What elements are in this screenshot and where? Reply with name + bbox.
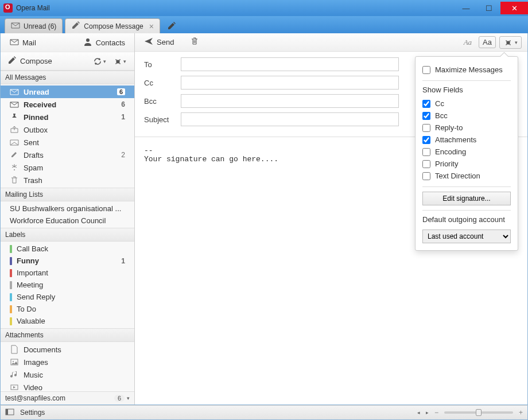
envelope-icon <box>11 21 20 32</box>
label-callback[interactable]: Call Back <box>1 243 134 255</box>
subject-input[interactable] <box>181 112 399 126</box>
cc-checkbox-row[interactable]: Cc <box>422 98 511 110</box>
compose-button[interactable]: Compose <box>5 53 90 69</box>
label-text: Valuable <box>17 317 45 325</box>
panel-toggle-button[interactable] <box>5 407 14 418</box>
settings-link[interactable]: Settings <box>20 409 45 417</box>
bcc-input[interactable] <box>181 94 399 108</box>
trash-icon <box>190 37 199 48</box>
nav-right-icon[interactable]: ▸ <box>426 410 429 415</box>
zoom-slider[interactable] <box>444 411 513 414</box>
cc-input[interactable] <box>181 76 399 90</box>
folder-trash[interactable]: Trash <box>1 174 134 186</box>
maximize-label: Maximize Messages <box>435 65 503 74</box>
section-all-messages[interactable]: All Messages <box>1 71 134 84</box>
attach-documents[interactable]: Documents <box>1 343 134 356</box>
chevron-down-icon: ▾ <box>127 395 130 401</box>
priority-checkbox-row[interactable]: Priority <box>422 158 511 170</box>
zoom-out-button[interactable]: − <box>434 409 438 417</box>
cb-label: Cc <box>435 99 444 108</box>
folder-sent[interactable]: Sent <box>1 136 134 149</box>
to-label: To <box>144 60 181 69</box>
maximize-button[interactable]: ☐ <box>477 2 500 14</box>
attach-images[interactable]: Images <box>1 356 134 368</box>
maximize-checkbox[interactable] <box>422 66 430 74</box>
cc-checkbox[interactable] <box>422 100 430 108</box>
list-label: Workforce Education Council <box>10 216 106 225</box>
folder-label: Trash <box>24 176 42 185</box>
account-row[interactable]: test@snapfiles.com 6 ▾ <box>1 391 134 405</box>
envelope-icon <box>10 87 19 96</box>
sent-icon <box>10 138 19 147</box>
bcc-checkbox[interactable] <box>422 112 430 120</box>
sidebar: Mail Contacts Compose ▾ ▾ <box>1 33 135 405</box>
folder-unread[interactable]: Unread 6 <box>1 85 134 98</box>
close-button[interactable]: ✕ <box>500 2 528 14</box>
label-todo[interactable]: To Do <box>1 303 134 315</box>
label-important[interactable]: Important <box>1 267 134 279</box>
section-attachments[interactable]: Attachments <box>1 328 134 342</box>
attachments-checkbox-row[interactable]: Attachments <box>422 134 511 146</box>
folder-label: Received <box>24 100 56 109</box>
attachments-checkbox[interactable] <box>422 136 430 144</box>
default-account-heading: Default outgoing account <box>422 215 511 224</box>
font-sans-button[interactable]: Aa <box>479 36 496 48</box>
label-funny[interactable]: Funny1 <box>1 255 134 267</box>
label-valuable[interactable]: Valuable <box>1 315 134 327</box>
label-text: Funny <box>17 256 39 265</box>
account-email: test@snapfiles.com <box>5 394 114 402</box>
svg-rect-8 <box>6 409 8 415</box>
count-badge: 2 <box>121 151 125 159</box>
replyto-checkbox-row[interactable]: Reply-to <box>422 122 511 134</box>
section-mailing-lists[interactable]: Mailing Lists <box>1 188 134 201</box>
label-meeting[interactable]: Meeting <box>1 279 134 291</box>
textdir-checkbox-row[interactable]: Text Direction <box>422 170 511 182</box>
options-dropdown-button[interactable]: ▾ <box>499 36 522 49</box>
account-select[interactable]: Last used account <box>422 230 511 243</box>
section-labels[interactable]: Labels <box>1 228 134 242</box>
refresh-button[interactable]: ▾ <box>90 55 110 68</box>
tab-compose[interactable]: Compose Message × <box>65 18 160 33</box>
mail-tab-button[interactable]: Mail <box>5 35 79 50</box>
minimize-button[interactable]: — <box>455 2 477 14</box>
folder-label: Pinned <box>24 113 48 122</box>
folder-spam[interactable]: Spam <box>1 161 134 174</box>
list-item[interactable]: Workforce Education Council <box>1 215 134 227</box>
tab-close-icon[interactable]: × <box>149 22 154 31</box>
font-serif-button[interactable]: Aa <box>460 37 475 48</box>
bcc-checkbox-row[interactable]: Bcc <box>422 110 511 122</box>
new-compose-button[interactable] <box>162 18 181 33</box>
to-input[interactable] <box>181 57 399 71</box>
nav-left-icon[interactable]: ◂ <box>417 410 420 415</box>
folder-outbox[interactable]: Outbox <box>1 123 134 136</box>
account-count-badge: 6 <box>114 395 125 402</box>
folder-pinned[interactable]: Pinned 1 <box>1 111 134 123</box>
replyto-checkbox[interactable] <box>422 124 430 132</box>
contacts-tab-button[interactable]: Contacts <box>79 35 130 50</box>
attach-label: Music <box>24 371 43 379</box>
encoding-checkbox-row[interactable]: Encoding <box>422 146 511 158</box>
send-button[interactable]: Send <box>141 34 177 50</box>
textdir-checkbox[interactable] <box>422 172 430 180</box>
priority-checkbox[interactable] <box>422 160 430 168</box>
folder-received[interactable]: Received 6 <box>1 98 134 111</box>
titlebar: Opera Mail — ☐ ✕ <box>0 0 528 16</box>
maximize-checkbox-row[interactable]: Maximize Messages <box>422 64 511 76</box>
label-color-swatch <box>10 293 12 301</box>
folder-label: Unread <box>24 88 49 96</box>
zoom-in-button[interactable]: + <box>519 409 523 417</box>
encoding-checkbox[interactable] <box>422 148 430 156</box>
delete-button[interactable] <box>187 34 203 50</box>
cb-label: Attachments <box>435 135 476 144</box>
count-badge: 1 <box>121 257 125 265</box>
label-sendreply[interactable]: Send Reply <box>1 291 134 303</box>
edit-signature-button[interactable]: Edit signature... <box>422 192 511 205</box>
folder-drafts[interactable]: Drafts 2 <box>1 149 134 161</box>
tab-unread[interactable]: Unread (6) <box>5 18 63 33</box>
cb-label: Priority <box>435 160 458 168</box>
list-item[interactable]: SU Bushwalkers organisational ... <box>1 203 134 215</box>
sidebar-settings-button[interactable]: ▾ <box>110 55 130 68</box>
envelope-icon <box>10 37 19 48</box>
attach-music[interactable]: Music <box>1 368 134 381</box>
attach-video[interactable]: Video <box>1 381 134 391</box>
